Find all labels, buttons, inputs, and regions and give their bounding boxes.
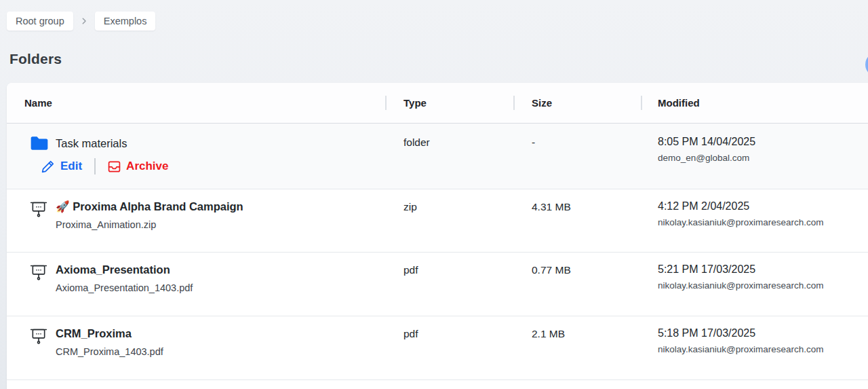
file-title: 🚀 Proxima Alpha Brand Campaign: [56, 200, 243, 213]
breadcrumb-item-exemplos[interactable]: Exemplos: [95, 12, 156, 31]
actions-divider: [94, 158, 96, 174]
modified-date: 5:21 PM 17/03/2025: [658, 263, 868, 276]
folder-icon: [31, 136, 48, 151]
edit-button[interactable]: Edit: [41, 160, 82, 174]
breadcrumb: Root group Exemplos: [7, 12, 155, 31]
breadcrumb-item-root-group[interactable]: Root group: [7, 12, 73, 31]
folder-row-title: Task materials: [56, 137, 127, 150]
modified-by-email: nikolay.kasianiuk@proximaresearch.com: [658, 344, 868, 354]
file-name: CRM_Proxima_1403.pdf: [56, 346, 163, 357]
presentation-icon: [30, 200, 47, 218]
cell-size: 0.77 MB: [513, 253, 641, 316]
column-header-type: Type: [385, 83, 513, 123]
cell-type: zip: [385, 189, 513, 252]
cell-type: pdf: [385, 253, 513, 316]
page-title: Folders: [9, 51, 62, 67]
table-row-file[interactable]: Axioma_Presentation Axioma_Presentation_…: [7, 253, 868, 316]
file-title: Axioma_Presentation: [56, 263, 193, 276]
table-header-row: Name Type Size Modified: [7, 83, 868, 124]
file-name: Axioma_Presentation_1403.pdf: [56, 282, 193, 293]
cell-modified: 4:12 PM 2/04/2025 nikolay.kasianiuk@prox…: [641, 189, 868, 252]
archive-icon: [108, 160, 121, 173]
file-title: CRM_Proxima: [56, 327, 163, 340]
cell-type: pdf: [385, 316, 513, 379]
presentation-icon: [30, 327, 47, 345]
cell-modified: 5:18 PM 17/03/2025 nikolay.kasianiuk@pro…: [641, 316, 868, 379]
column-header-name: Name: [7, 83, 385, 123]
folders-table: Name Type Size Modified Task materials E…: [7, 83, 868, 389]
modified-by-email: demo_en@global.com: [658, 153, 868, 163]
cell-size: -: [513, 124, 641, 189]
modified-date: 5:18 PM 17/03/2025: [658, 327, 868, 339]
cell-modified: 8:05 PM 14/04/2025 demo_en@global.com: [641, 124, 868, 189]
cell-size: 2.1 MB: [513, 316, 641, 379]
file-name: Proxima_Animation.zip: [56, 219, 243, 230]
cell-modified: 5:21 PM 17/03/2025 nikolay.kasianiuk@pro…: [641, 253, 868, 316]
folder-row-actions: Edit Archive: [41, 158, 385, 174]
cell-size: 4.31 MB: [513, 189, 641, 252]
chevron-right-icon: [79, 16, 89, 26]
table-row-file[interactable]: CRM_Proxima CRM_Proxima_1403.pdf pdf 2.1…: [7, 316, 868, 380]
modified-date: 8:05 PM 14/04/2025: [658, 136, 868, 148]
table-row-peek: [7, 380, 868, 389]
presentation-icon: [30, 263, 47, 281]
archive-button[interactable]: Archive: [108, 160, 168, 173]
column-header-size: Size: [513, 83, 641, 123]
table-row-folder[interactable]: Task materials Edit Archive folder: [7, 124, 868, 189]
table-row-file[interactable]: 🚀 Proxima Alpha Brand Campaign Proxima_A…: [7, 189, 868, 253]
pencil-icon: [41, 160, 55, 174]
column-header-modified: Modified: [641, 83, 868, 123]
modified-date: 4:12 PM 2/04/2025: [658, 200, 868, 212]
cell-type: folder: [385, 124, 513, 189]
modified-by-email: nikolay.kasianiuk@proximaresearch.com: [658, 217, 868, 227]
modified-by-email: nikolay.kasianiuk@proximaresearch.com: [658, 280, 868, 291]
add-button[interactable]: [865, 52, 868, 77]
